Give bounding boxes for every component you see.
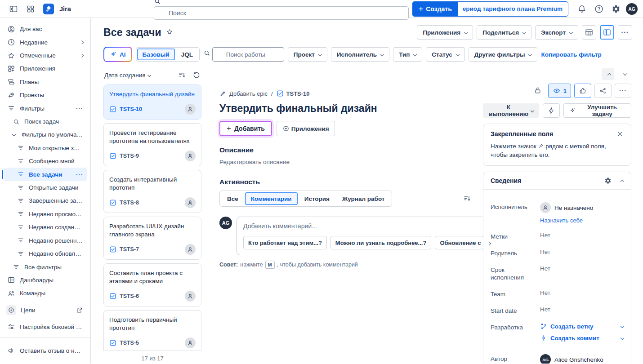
export-dropdown-button[interactable]: Экспорт bbox=[535, 25, 578, 40]
split-view-button[interactable] bbox=[600, 25, 614, 40]
list-item[interactable]: Утвердить финальный дизайн TSTS-10 bbox=[103, 84, 201, 120]
tab-comments[interactable]: Комментарии bbox=[245, 192, 298, 205]
notifications-button[interactable] bbox=[575, 2, 589, 16]
ai-filter-button[interactable]: AI bbox=[103, 47, 132, 62]
list-view-button[interactable] bbox=[582, 25, 596, 40]
field-value[interactable]: Нет bbox=[534, 265, 624, 281]
favorite-star-button[interactable] bbox=[166, 28, 173, 37]
create-branch-link[interactable]: Создать ветку bbox=[540, 323, 624, 330]
sidebar-item-goals[interactable]: Цели bbox=[4, 303, 87, 316]
field-value[interactable]: Нет bbox=[534, 306, 624, 315]
reporter-value[interactable]: AG Alice Grishchenko bbox=[540, 354, 624, 364]
previous-issue-button[interactable] bbox=[602, 68, 614, 80]
activity-sort-icon[interactable] bbox=[463, 195, 471, 203]
type-filter-dropdown[interactable]: Тип bbox=[393, 47, 422, 62]
more-filters-dropdown[interactable]: Другие фильтры bbox=[469, 47, 538, 62]
assignee-avatar[interactable] bbox=[185, 244, 196, 255]
sidebar-item-projects[interactable]: Проекты bbox=[4, 89, 87, 102]
global-search[interactable] bbox=[154, 0, 409, 20]
sidebar-item-filters[interactable]: Фильтры ··· bbox=[4, 102, 87, 115]
sidebar-filter-updated-recently[interactable]: Недавно обновлен... bbox=[4, 247, 87, 260]
quick-reply-button[interactable]: Кто работает над этим...? bbox=[243, 236, 327, 249]
sidebar-toggle-button[interactable] bbox=[6, 2, 21, 16]
next-issue-button[interactable] bbox=[619, 68, 631, 80]
sidebar-item-all-filters[interactable]: Все фильтры bbox=[4, 260, 87, 273]
issue-apps-button[interactable]: Приложения bbox=[277, 121, 335, 136]
jql-mode-tab[interactable]: JQL bbox=[176, 49, 198, 60]
comment-box[interactable]: Добавить комментарий... Кто работает над… bbox=[237, 217, 497, 255]
gear-icon[interactable] bbox=[604, 177, 612, 184]
more-icon[interactable]: ··· bbox=[76, 171, 83, 178]
description-placeholder[interactable]: Редактировать описание bbox=[219, 159, 475, 165]
comment-placeholder[interactable]: Добавить комментарий... bbox=[243, 222, 491, 230]
field-value[interactable]: Нет bbox=[534, 249, 624, 257]
chevron-up-icon[interactable] bbox=[621, 179, 624, 183]
vote-button[interactable] bbox=[574, 84, 591, 98]
sidebar-item-teams[interactable]: Команды bbox=[4, 287, 87, 300]
share-issue-button[interactable] bbox=[594, 84, 612, 98]
issue-title[interactable]: Утвердить финальный дизайн bbox=[219, 102, 475, 115]
premium-trial-banner[interactable]: + Создать ериод тарифного плана Premium bbox=[412, 1, 568, 17]
sidebar-filter-viewed-recently[interactable]: Недавно просмотр... bbox=[4, 208, 87, 221]
app-switcher-button[interactable] bbox=[23, 2, 38, 16]
assignee-value[interactable]: Не назначено bbox=[540, 202, 624, 213]
sidebar-item-starred[interactable]: Отмеченные bbox=[4, 49, 87, 62]
sidebar-item-recent[interactable]: Недавние bbox=[4, 36, 87, 49]
jira-logo[interactable] bbox=[43, 4, 54, 14]
help-button[interactable] bbox=[592, 2, 606, 16]
create-button[interactable]: + Создать bbox=[412, 1, 458, 17]
sidebar-feedback[interactable]: Оставить отзыв о нов... bbox=[7, 344, 83, 357]
assignee-filter-dropdown[interactable]: Исполнитель bbox=[331, 47, 389, 62]
assignee-avatar[interactable] bbox=[185, 337, 196, 348]
list-item[interactable]: Разработать UI/UX дизайн главного экрана… bbox=[103, 217, 201, 260]
status-dropdown[interactable]: К выполнению bbox=[483, 103, 539, 118]
field-value[interactable]: Нет bbox=[534, 232, 624, 240]
automation-quick-button[interactable] bbox=[543, 103, 560, 118]
list-item[interactable]: Подготовить первичный прототип TSTS-5 bbox=[103, 310, 201, 351]
sort-order-icon[interactable] bbox=[178, 71, 186, 79]
assignee-avatar[interactable] bbox=[185, 291, 196, 302]
sidebar-item-for-you[interactable]: Для вас bbox=[4, 22, 87, 36]
status-filter-dropdown[interactable]: Статус bbox=[426, 47, 465, 62]
improve-issue-button[interactable]: Улучшить задачу bbox=[563, 103, 631, 118]
header-more-button[interactable]: ··· bbox=[618, 25, 632, 40]
copy-filter-link[interactable]: Копировать фильтр bbox=[541, 51, 601, 58]
chevron-down-icon[interactable] bbox=[621, 336, 624, 340]
sidebar-filter-my-open[interactable]: Мои открытые зада... bbox=[4, 142, 87, 155]
global-search-input[interactable] bbox=[154, 6, 409, 20]
add-epic-breadcrumb[interactable]: Добавить epic bbox=[219, 90, 268, 97]
sidebar-filter-resolved-recently[interactable]: Недавно решенные bbox=[4, 234, 87, 247]
sidebar-filter-open-issues[interactable]: Открытые задачи bbox=[4, 181, 87, 194]
sidebar-item-dashboards[interactable]: Дашбоарды bbox=[4, 274, 87, 287]
add-button[interactable]: + Добавить bbox=[219, 121, 272, 136]
sidebar-filter-reported-by-me[interactable]: Сообщено мной bbox=[4, 155, 87, 168]
sidebar-item-customize[interactable]: Настройка боковой па... bbox=[4, 320, 87, 333]
assignee-avatar[interactable] bbox=[185, 151, 196, 161]
assign-to-me-link[interactable]: Назначить себе bbox=[540, 217, 583, 224]
apps-dropdown-button[interactable]: Приложения bbox=[417, 25, 473, 40]
create-commit-link[interactable]: Создать коммит bbox=[540, 334, 624, 342]
quick-reply-button[interactable]: Можно ли узнать подробнее...? bbox=[330, 236, 432, 249]
work-search[interactable] bbox=[203, 47, 284, 62]
chevron-down-icon[interactable] bbox=[621, 324, 624, 328]
sidebar-filter-created-recently[interactable]: Недавно созданные bbox=[4, 221, 87, 234]
more-icon[interactable]: ··· bbox=[76, 105, 83, 112]
project-filter-dropdown[interactable]: Проект bbox=[288, 47, 327, 62]
assignee-avatar[interactable] bbox=[185, 197, 196, 208]
issue-key-breadcrumb[interactable]: TSTS-10 bbox=[277, 90, 310, 97]
sidebar-item-plans[interactable]: Планы bbox=[4, 75, 87, 89]
sidebar-group-default-filters[interactable]: Фильтры по умолчан... bbox=[4, 128, 87, 141]
tab-worklog[interactable]: Журнал работ bbox=[336, 192, 390, 205]
tab-history[interactable]: История bbox=[299, 192, 335, 205]
sidebar-item-search-issues[interactable]: Поиск задач bbox=[4, 115, 87, 128]
assignee-avatar[interactable] bbox=[185, 104, 196, 115]
sidebar-filter-done-issues[interactable]: Завершенные зада... bbox=[4, 194, 87, 207]
sort-field-dropdown[interactable]: Дата создания bbox=[104, 72, 151, 79]
field-value[interactable]: Нет bbox=[534, 289, 624, 298]
settings-button[interactable] bbox=[609, 2, 623, 16]
list-item[interactable]: Создать интерактивный прототип TSTS-8 bbox=[103, 170, 201, 213]
watchers-button[interactable]: 1 bbox=[548, 84, 571, 98]
issue-more-button[interactable]: ··· bbox=[615, 84, 631, 98]
list-item[interactable]: Провести тестирование прототипа на польз… bbox=[103, 123, 201, 166]
basic-mode-tab[interactable]: Базовый bbox=[137, 49, 175, 60]
